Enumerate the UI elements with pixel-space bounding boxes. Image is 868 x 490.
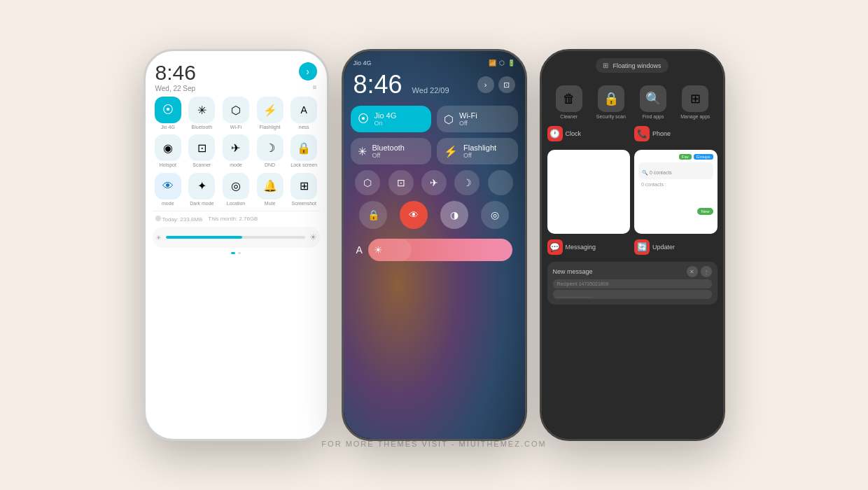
p2-status-icons: 📶 ⬡ 🔋 xyxy=(489,59,515,66)
p2-toggle-bluetooth[interactable]: ✳ Bluetooth Off xyxy=(351,138,432,164)
p2-wifi-name: Wi-Fi xyxy=(459,111,477,120)
p1-icon-dnd[interactable]: ☽ DND xyxy=(254,134,286,168)
p2-jio4g-name: Jio 4G xyxy=(374,111,397,120)
p2-signal-icon: 📶 xyxy=(489,59,496,66)
p3-phone-card[interactable]: Fav Groups 🔍 0 contacts 0 contacts : New xyxy=(634,150,718,234)
p1-icon-eye[interactable]: 👁 mode xyxy=(153,173,184,206)
p2-bluetooth-icon: ✳ xyxy=(358,145,367,158)
p2-contrast-btn[interactable]: ◑ xyxy=(440,201,468,229)
p2-small-dnd-btn[interactable]: ☽ xyxy=(454,170,479,195)
p2-status-bar: Jio 4G 📶 ⬡ 🔋 xyxy=(351,59,518,66)
p3-cleaner-label: Cleaner xyxy=(560,114,578,119)
p1-brightness-high-icon: ☀ xyxy=(309,232,317,242)
p1-scanner-icon: ⊡ xyxy=(188,134,215,161)
p2-brightness-slider[interactable]: ☀ xyxy=(368,239,512,261)
p3-phone-header: 📞 Phone xyxy=(634,126,718,141)
p3-message-more-button[interactable]: ⋮ xyxy=(701,266,712,277)
p3-message-input[interactable]: _____________ xyxy=(553,290,712,299)
phone1-screen: 8:46 Wed, 22 Sep › ≡ ⦿ Jio 4G ✳ Bluetoot… xyxy=(146,51,327,439)
p1-icon-a[interactable]: A ness xyxy=(288,97,320,130)
p3-cleaner-icon: 🗑 xyxy=(556,85,582,112)
p2-small-airplane-btn[interactable]: ✈ xyxy=(421,170,447,195)
p2-font-label: A xyxy=(356,244,363,255)
p1-icon-lockscreen[interactable]: 🔒 Lock screen xyxy=(288,134,320,168)
p1-icon-wifi[interactable]: ⬡ Wi-Fi xyxy=(220,97,252,130)
p1-data-row: Today: 233.8MB This month: 2.76GB xyxy=(153,214,320,224)
p3-recents-header-grid: 🕐 Clock 📞 Phone xyxy=(547,126,718,144)
p1-edit-icon[interactable]: ≡ xyxy=(313,83,317,91)
p2-wifi-sub: Off xyxy=(459,120,477,127)
p2-wifi-icon: ⬡ xyxy=(444,113,454,126)
p1-location-label: Location xyxy=(227,201,245,206)
p2-flashlight-name: Flashlight xyxy=(463,144,496,152)
p2-small-scanner-btn[interactable]: ⊡ xyxy=(388,170,414,195)
p1-dot-inactive xyxy=(238,252,241,254)
p2-bluetooth-sub: Off xyxy=(372,152,405,159)
p1-icon-mute[interactable]: 🔔 Mute xyxy=(254,173,286,206)
p1-today-dot xyxy=(155,216,161,221)
p3-app-security-scan[interactable]: 🔒 Security scan xyxy=(592,85,630,119)
p2-toggle-flashlight[interactable]: ⚡ Flashlight Off xyxy=(437,138,518,164)
p1-lockscreen-label: Lock screen xyxy=(290,162,317,168)
p3-floating-windows-pill[interactable]: ⊞ Floating windows xyxy=(596,58,668,73)
p1-month-data: This month: 2.76GB xyxy=(208,216,258,222)
p2-eye-btn[interactable]: 👁 xyxy=(400,201,428,229)
p3-phone-icon: 📞 xyxy=(634,126,650,141)
phone-2: Jio 4G 📶 ⬡ 🔋 8:46 Wed 22/09 › ⊡ xyxy=(342,49,527,441)
p1-icon-screenshot[interactable]: ⊞ Screenshot xyxy=(288,173,320,206)
p3-recipient-label: Recipient xyxy=(557,281,578,286)
p2-secondary-toggles: ✳ Bluetooth Off ⚡ Flashlight Off xyxy=(351,138,518,164)
phones-container: 8:46 Wed, 22 Sep › ≡ ⦿ Jio 4G ✳ Bluetoot… xyxy=(144,49,725,441)
p3-recipient-field[interactable]: Recipient 14735021809 xyxy=(553,279,712,288)
p1-jio4g-icon: ⦿ xyxy=(155,97,181,123)
p3-app-find-apps[interactable]: 🔍 Find apps xyxy=(634,85,672,119)
p2-battery-icon: 🔋 xyxy=(507,59,515,66)
p3-security-scan-icon: 🔒 xyxy=(598,85,624,112)
p1-icon-darkmode[interactable]: ✦ Dark mode xyxy=(186,173,218,206)
p1-icon-flashlight[interactable]: ⚡ Flashlight xyxy=(254,97,286,130)
p2-time-actions: › ⊡ xyxy=(477,76,515,93)
p1-icon-location[interactable]: ◎ Location xyxy=(220,173,252,206)
p2-settings-button[interactable]: ⊡ xyxy=(498,76,515,93)
p1-wifi-label: Wi-Fi xyxy=(230,125,241,130)
p1-icon-hotspot[interactable]: ◉ Hotspot xyxy=(153,134,184,168)
p1-icon-scanner[interactable]: ⊡ Scanner xyxy=(186,134,218,168)
p1-icons-grid-3: 👁 mode ✦ Dark mode ◎ Location 🔔 Mute ⊞ xyxy=(153,173,320,206)
p1-icon-jio4g[interactable]: ⦿ Jio 4G xyxy=(153,97,184,130)
p1-scanner-label: Scanner xyxy=(192,162,211,168)
p2-time-row: 8:46 Wed 22/09 › ⊡ xyxy=(351,72,518,97)
p2-toggle-jio4g[interactable]: ⦿ Jio 4G On xyxy=(351,106,432,132)
p1-screenshot-label: Screenshot xyxy=(291,201,316,206)
p3-clock-card[interactable] xyxy=(547,150,631,234)
phone-3: ⊞ Floating windows 🗑 Cleaner 🔒 Security … xyxy=(540,49,725,441)
p2-jio4g-sub: On xyxy=(374,120,397,127)
p1-darkmode-icon: ✦ xyxy=(188,173,215,200)
p3-app-manage-apps[interactable]: ⊞ Manage apps xyxy=(676,85,714,119)
p1-screenshot-icon: ⊞ xyxy=(290,173,317,200)
p1-brightness-control[interactable]: ☀ ☀ xyxy=(153,227,320,248)
p1-expand-button[interactable]: › xyxy=(299,62,317,80)
p2-lock-btn[interactable]: 🔒 xyxy=(359,201,387,229)
p3-message-close-button[interactable]: ✕ xyxy=(687,266,698,277)
p1-bluetooth-icon: ✳ xyxy=(188,97,215,123)
p2-small-wifi-btn[interactable]: ⬡ xyxy=(355,170,380,195)
p1-hotspot-icon: ◉ xyxy=(155,134,181,161)
p2-nav-btn[interactable]: ◎ xyxy=(481,201,509,229)
p3-messaging-header: 💬 Messaging xyxy=(547,239,631,255)
p1-time: 8:46 xyxy=(155,62,196,83)
p1-eye-icon: 👁 xyxy=(155,173,181,200)
p1-brightness-fill xyxy=(166,236,242,239)
p1-icon-mode[interactable]: ✈ mode xyxy=(220,134,252,168)
p2-small-extra-btn[interactable] xyxy=(488,170,513,195)
p3-app-cleaner[interactable]: 🗑 Cleaner xyxy=(550,85,588,119)
p1-icon-bluetooth[interactable]: ✳ Bluetooth xyxy=(186,97,218,130)
p2-toggle-wifi[interactable]: ⬡ Wi-Fi Off xyxy=(437,106,518,132)
p2-flashlight-sub: Off xyxy=(463,152,496,159)
p1-eye-label: mode xyxy=(162,201,174,206)
p2-expand-button[interactable]: › xyxy=(477,76,494,93)
p1-flashlight-label: Flashlight xyxy=(260,125,281,130)
p3-updater-header: 🔄 Updater xyxy=(634,239,718,255)
p3-manage-apps-icon: ⊞ xyxy=(682,85,708,112)
p1-date: Wed, 22 Sep xyxy=(155,85,196,92)
p3-message-header: New message ✕ ⋮ xyxy=(553,266,712,277)
